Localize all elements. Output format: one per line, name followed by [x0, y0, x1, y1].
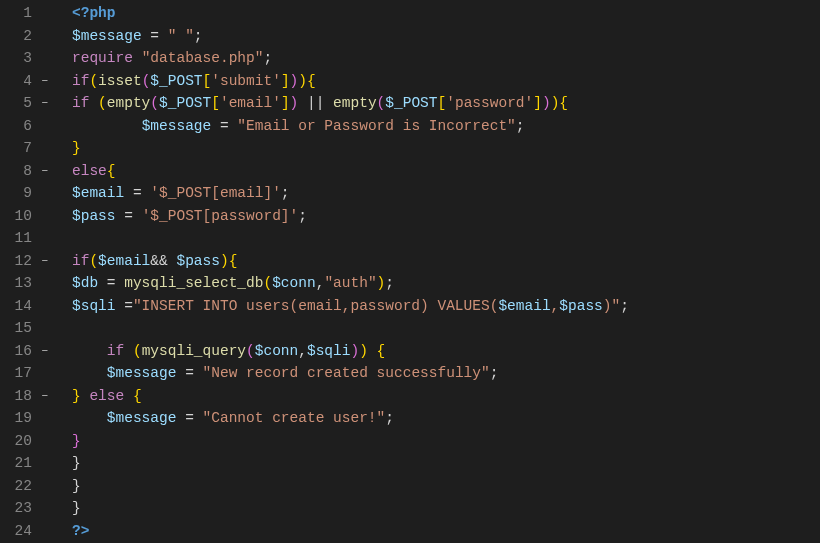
token: $message — [72, 28, 142, 44]
code-line[interactable]: } — [72, 430, 820, 453]
token: ; — [620, 298, 629, 314]
code-line[interactable]: ?> — [72, 520, 820, 543]
fold-toggle-icon[interactable]: − — [41, 340, 48, 363]
code-line[interactable]: if($email&& $pass){ — [72, 250, 820, 273]
code-line[interactable]: } — [72, 137, 820, 160]
code-line[interactable]: } — [72, 475, 820, 498]
token: [ — [438, 95, 447, 111]
token: ) — [350, 343, 359, 359]
line-number: 15 — [0, 317, 50, 340]
token: ; — [516, 118, 525, 134]
token: $_POST — [385, 95, 437, 111]
token: } — [72, 455, 81, 471]
line-number-wrap: 23 — [0, 497, 50, 520]
token: $message — [107, 410, 177, 426]
token: = — [98, 275, 124, 291]
token: ( — [89, 253, 98, 269]
fold-toggle-icon[interactable]: − — [41, 92, 48, 115]
line-number: 24 — [0, 520, 50, 543]
line-number: 10 — [0, 205, 50, 228]
code-line[interactable]: require "database.php"; — [72, 47, 820, 70]
token — [124, 343, 133, 359]
line-number: 13 — [0, 272, 50, 295]
token: ( — [263, 275, 272, 291]
line-number-wrap: 24 — [0, 520, 50, 543]
token: $sqli — [307, 343, 351, 359]
fold-toggle-icon[interactable]: − — [41, 70, 48, 93]
token: $conn — [272, 275, 316, 291]
token: = — [176, 365, 202, 381]
token: } — [72, 388, 81, 404]
line-number: 7 — [0, 137, 50, 160]
line-number-wrap: 14 — [0, 295, 50, 318]
code-line[interactable]: $message = " "; — [72, 25, 820, 48]
token — [72, 365, 107, 381]
line-number: 2 — [0, 25, 50, 48]
code-line[interactable]: else{ — [72, 160, 820, 183]
token: ; — [385, 410, 394, 426]
code-line[interactable]: $message = "Email or Password is Incorre… — [72, 115, 820, 138]
line-number-wrap: 21 — [0, 452, 50, 475]
line-number-wrap: 2 — [0, 25, 50, 48]
line-number: 17 — [0, 362, 50, 385]
code-area[interactable]: <?php$message = " ";require "database.ph… — [52, 2, 820, 542]
code-line[interactable] — [72, 317, 820, 340]
token: ) — [542, 95, 551, 111]
token: "auth" — [324, 275, 376, 291]
token: = — [124, 185, 150, 201]
code-line[interactable]: $pass = '$_POST[password]'; — [72, 205, 820, 228]
token: { — [229, 253, 238, 269]
token: ) — [220, 253, 229, 269]
line-number: 11 — [0, 227, 50, 250]
code-line[interactable]: $db = mysqli_select_db($conn,"auth"); — [72, 272, 820, 295]
fold-toggle-icon[interactable]: − — [41, 160, 48, 183]
code-line[interactable]: $sqli ="INSERT INTO users(email,password… — [72, 295, 820, 318]
code-line[interactable]: <?php — [72, 2, 820, 25]
token: $_POST — [159, 95, 211, 111]
token: "Cannot create user!" — [203, 410, 386, 426]
line-number-wrap: 8− — [0, 160, 50, 183]
token: ) — [290, 73, 299, 89]
token: ( — [89, 73, 98, 89]
fold-toggle-icon[interactable]: − — [41, 250, 48, 273]
token: if — [72, 95, 89, 111]
token: $email — [98, 253, 150, 269]
token: = — [211, 118, 237, 134]
token: = — [142, 28, 168, 44]
code-line[interactable]: $message = "Cannot create user!"; — [72, 407, 820, 430]
token: else — [89, 388, 124, 404]
line-number-wrap: 13 — [0, 272, 50, 295]
token: ) — [359, 343, 368, 359]
fold-toggle-icon[interactable]: − — [41, 385, 48, 408]
token: '$_POST[password]' — [142, 208, 299, 224]
line-number: 21 — [0, 452, 50, 475]
token: $pass — [559, 298, 603, 314]
line-number-wrap: 12− — [0, 250, 50, 273]
token: ?> — [72, 523, 89, 539]
token: )" — [603, 298, 620, 314]
token: mysqli_select_db — [124, 275, 263, 291]
line-number: 19 — [0, 407, 50, 430]
token: $message — [142, 118, 212, 134]
token: && — [150, 253, 176, 269]
token — [133, 50, 142, 66]
code-line[interactable]: $message = "New record created successfu… — [72, 362, 820, 385]
token: "INSERT INTO users(email,password) VALUE… — [133, 298, 498, 314]
token: ; — [490, 365, 499, 381]
line-number: 3 — [0, 47, 50, 70]
code-editor[interactable]: 1234−5−678−9101112−13141516−1718−1920212… — [0, 0, 820, 542]
token — [72, 118, 142, 134]
code-line[interactable]: if(isset($_POST['submit'])){ — [72, 70, 820, 93]
token: $_POST — [150, 73, 202, 89]
code-line[interactable]: $email = '$_POST[email]'; — [72, 182, 820, 205]
code-line[interactable]: } else { — [72, 385, 820, 408]
code-line[interactable]: if (empty($_POST['email']) || empty($_PO… — [72, 92, 820, 115]
code-line[interactable]: } — [72, 497, 820, 520]
token: } — [72, 500, 81, 516]
token: ( — [246, 343, 255, 359]
code-line[interactable]: if (mysqli_query($conn,$sqli)) { — [72, 340, 820, 363]
token: { — [307, 73, 316, 89]
code-line[interactable] — [72, 227, 820, 250]
line-number-wrap: 9 — [0, 182, 50, 205]
code-line[interactable]: } — [72, 452, 820, 475]
